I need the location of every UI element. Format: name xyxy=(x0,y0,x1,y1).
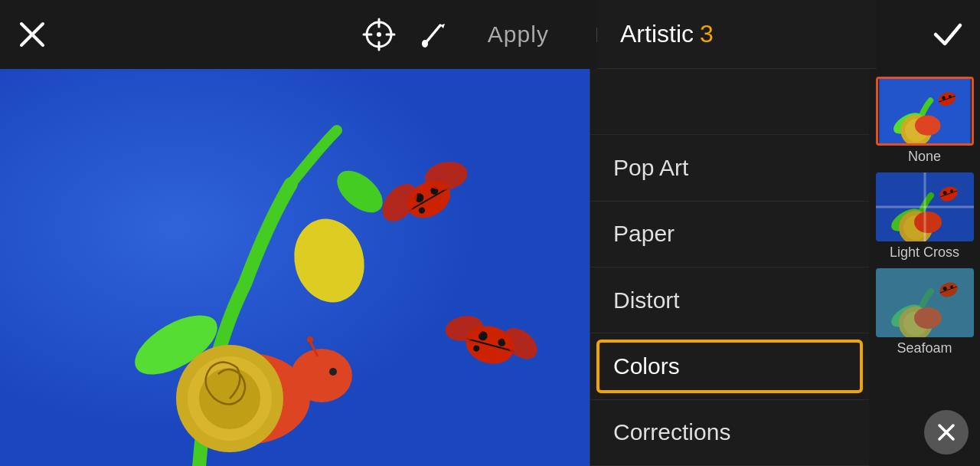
menu-spacer xyxy=(590,69,869,135)
filter-none-label: None xyxy=(908,149,941,165)
menu-item-paper-label: Paper xyxy=(613,221,675,247)
filters-panel: None xyxy=(869,69,980,466)
main-content: Pop Art Paper Distort Colors Corrections xyxy=(0,69,980,466)
filter-thumb-seafoam xyxy=(876,268,974,337)
filter-seafoam-label: Seafoam xyxy=(897,340,952,356)
apply-label: Apply xyxy=(488,21,549,47)
thumb-scene-none xyxy=(878,79,972,143)
filter-thumb-light-cross xyxy=(876,172,974,241)
brush-button[interactable] xyxy=(419,19,449,50)
toolbar-center: Apply R xyxy=(362,18,618,51)
toolbar-left xyxy=(15,18,49,51)
close-button[interactable] xyxy=(15,18,49,51)
thumb-scene-seafoam xyxy=(876,268,974,337)
filter-light-cross-label: Light Cross xyxy=(890,244,959,261)
menu-item-corrections[interactable]: Corrections xyxy=(590,400,869,466)
svg-point-49 xyxy=(914,212,942,233)
apply-button[interactable]: Apply xyxy=(472,21,564,48)
crosshair-button[interactable] xyxy=(362,18,396,51)
close-circle-icon xyxy=(935,421,958,444)
menu-item-distort[interactable]: Distort xyxy=(590,267,869,333)
svg-point-18 xyxy=(329,368,337,376)
filter-item-none[interactable]: None xyxy=(875,77,975,165)
svg-point-7 xyxy=(377,32,381,37)
confirm-button[interactable] xyxy=(931,18,965,51)
svg-point-40 xyxy=(914,116,940,136)
svg-point-14 xyxy=(291,349,352,402)
image-area xyxy=(0,69,590,466)
artistic-title: Artistic xyxy=(620,20,694,48)
close-circle-button[interactable] xyxy=(924,410,969,455)
svg-point-8 xyxy=(422,40,428,48)
menu-item-pop-art-label: Pop Art xyxy=(613,155,688,181)
menu-item-colors-label: Colors xyxy=(613,353,680,379)
crosshair-icon xyxy=(362,18,396,51)
svg-rect-61 xyxy=(876,268,974,337)
svg-point-20 xyxy=(307,336,313,343)
menu-item-pop-art[interactable]: Pop Art xyxy=(590,135,869,201)
main-image xyxy=(0,69,590,466)
brush-icon xyxy=(419,19,449,50)
artistic-number: 3 xyxy=(700,20,714,48)
menu-item-corrections-label: Corrections xyxy=(613,419,730,445)
thumb-scene-light-cross xyxy=(876,172,974,241)
menu-item-colors[interactable]: Colors xyxy=(590,333,869,399)
menu-panel: Pop Art Paper Distort Colors Corrections xyxy=(590,69,869,466)
artistic-header: Artistic 3 xyxy=(597,0,877,69)
toolbar-right xyxy=(931,18,965,51)
filter-thumb-none xyxy=(876,77,974,146)
check-icon xyxy=(931,18,965,51)
filter-item-light-cross[interactable]: Light Cross xyxy=(875,172,975,261)
menu-item-paper[interactable]: Paper xyxy=(590,202,869,267)
close-icon xyxy=(15,18,49,51)
filter-item-seafoam[interactable]: Seafoam xyxy=(875,268,975,356)
menu-item-distort-label: Distort xyxy=(613,287,680,313)
